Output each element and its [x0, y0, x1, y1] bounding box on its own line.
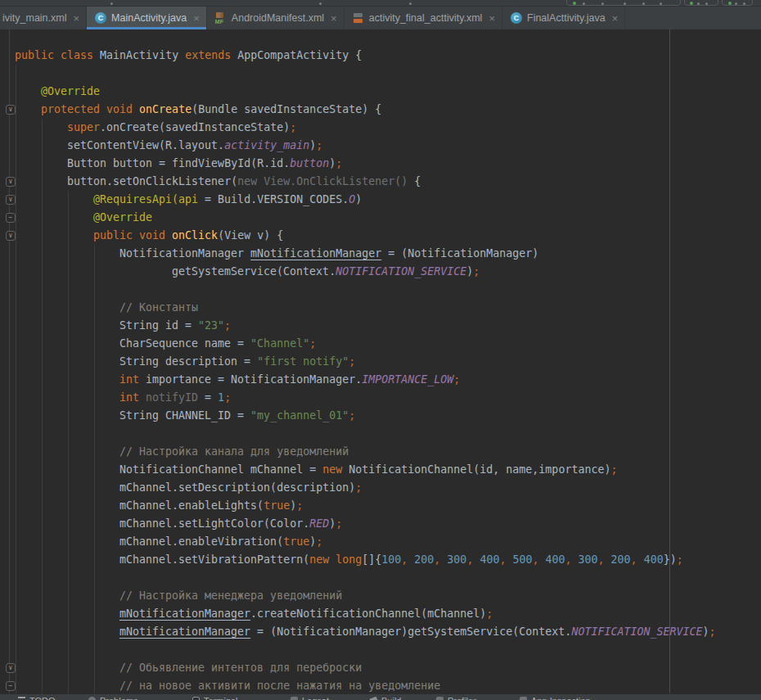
code-line[interactable]: NotificationChannel mChannel = new Notif…: [0, 461, 761, 479]
code-line[interactable]: mChannel.setDescription(description);: [0, 479, 761, 497]
editor-tab[interactable]: CFinalActtivity.java×: [502, 7, 625, 29]
editor-tab[interactable]: CMainActivity.java×: [87, 7, 207, 29]
tool-window-button[interactable]: Build: [370, 696, 401, 700]
code-line[interactable]: String description = "first notify";: [0, 353, 761, 371]
tool-window-bar: TODOProblemsTerminalLogcatBuildProfilerA…: [0, 693, 761, 700]
code-line[interactable]: // Константы: [0, 299, 761, 317]
code-line[interactable]: mChannel.setLightColor(Color.RED);: [0, 515, 761, 533]
code-token: 400: [480, 553, 499, 566]
code-line[interactable]: @Override: [0, 83, 761, 101]
code-line[interactable]: public void onClick(View v) {: [0, 227, 761, 245]
device-button-group[interactable]: [722, 0, 753, 6]
code-token: ;: [316, 535, 322, 548]
fold-toggle-icon[interactable]: ∨: [6, 231, 16, 241]
fold-toggle-icon[interactable]: ∨: [6, 177, 16, 187]
code-line[interactable]: super.onCreate(savedInstanceState);: [0, 119, 761, 137]
code-line[interactable]: button.setOnClickListener(new View.OnCli…: [0, 173, 761, 191]
tool-window-button[interactable]: Problems: [88, 696, 137, 700]
profiler-icon: [436, 697, 444, 700]
code-line[interactable]: String CHANNEL_ID = "my_channel_01";: [0, 407, 761, 425]
code-token: RED: [309, 517, 329, 530]
code-line[interactable]: [0, 641, 761, 659]
code-line[interactable]: [0, 281, 761, 299]
code-line[interactable]: [0, 569, 761, 587]
tool-window-button[interactable]: Profiler: [436, 696, 476, 700]
editor-tab[interactable]: ivity_main.xml×: [0, 7, 87, 29]
close-icon[interactable]: ×: [612, 13, 619, 24]
code-token: onClick: [172, 229, 218, 242]
code-token: mChannel.setLightColor(Color.: [119, 517, 309, 530]
code-line[interactable]: [0, 65, 761, 83]
android-manifest-icon: MF: [215, 12, 227, 24]
code-line[interactable]: protected void onCreate(Bundle savedInst…: [0, 101, 761, 119]
code-token: }): [664, 553, 677, 566]
code-token: // на новое активити после нажатия на ув…: [119, 680, 440, 692]
code-token: // Настройка канала для уведомлений: [119, 445, 349, 458]
code-line[interactable]: Button button = findViewById(R.id.button…: [0, 155, 761, 173]
code-line[interactable]: setContentView(R.layout.activity_main);: [0, 137, 761, 155]
fold-toggle-icon[interactable]: −: [6, 681, 16, 691]
close-icon[interactable]: ×: [74, 13, 80, 24]
code-line[interactable]: mChannel.enableLights(true);: [0, 497, 761, 515]
build-icon: [369, 697, 378, 700]
code-token: ): [702, 625, 709, 638]
run-status-dot: [573, 2, 576, 5]
code-line[interactable]: public class MainActivity extends AppCom…: [0, 47, 761, 65]
toolbar-dot: [660, 2, 662, 5]
code-line[interactable]: // на новое активити после нажатия на ув…: [0, 677, 761, 693]
code-token: activity_main: [224, 139, 309, 151]
code-line[interactable]: CharSequence name = "Channel";: [0, 335, 761, 353]
code-token: mNotificationManager: [250, 247, 381, 260]
code-token: ,: [434, 553, 447, 566]
close-icon[interactable]: ×: [331, 13, 337, 24]
code-editor[interactable]: public class MainActivity extends AppCom…: [0, 29, 761, 693]
code-line[interactable]: NotificationManager mNotificationManager…: [0, 245, 761, 263]
java-class-icon: C: [511, 12, 522, 24]
code-line[interactable]: int importance = NotificationManager.IMP…: [0, 371, 761, 389]
code-line[interactable]: int notifyID = 1;: [0, 389, 761, 407]
code-line[interactable]: // Настройка канала для уведомлений: [0, 443, 761, 461]
code-line[interactable]: // Обьявление интентов для переброски: [0, 659, 761, 677]
code-token: NotificationChannel mChannel =: [119, 463, 322, 476]
code-line[interactable]: mNotificationManager = (NotificationMana…: [0, 623, 761, 641]
fold-toggle-icon[interactable]: ∨: [6, 195, 16, 205]
fold-toggle-icon[interactable]: ∨: [6, 105, 16, 115]
tool-window-button[interactable]: TODO: [18, 696, 56, 700]
code-line[interactable]: String id = "23";: [0, 317, 761, 335]
code-line[interactable]: mChannel.setVibrationPattern(new long[]{…: [0, 551, 761, 569]
code-token: 1: [218, 391, 224, 404]
code-line[interactable]: getSystemService(Context.NOTIFICATION_SE…: [0, 263, 761, 281]
code-token: ,: [565, 553, 579, 566]
code-token: =: [198, 391, 218, 404]
tool-window-button[interactable]: Logcat: [290, 696, 329, 700]
close-icon[interactable]: ×: [193, 13, 200, 24]
code-line[interactable]: @Override: [0, 209, 761, 227]
code-token: true: [263, 499, 290, 512]
fold-toggle-icon[interactable]: −: [6, 213, 16, 223]
code-token: ,: [598, 553, 611, 566]
code-line[interactable]: mNotificationManager.createNotificationC…: [0, 605, 761, 623]
code-line[interactable]: [0, 425, 761, 443]
tool-window-button[interactable]: App Inspection: [520, 696, 591, 700]
manifest-mf-label: MF: [215, 19, 223, 25]
code-token: notifyID: [146, 391, 198, 404]
code-token: // Константы: [119, 301, 198, 314]
code-token: NOTIFICATION_SERVICE: [571, 625, 702, 638]
code-line[interactable]: mChannel.enableVibration(true);: [0, 533, 761, 551]
code-line[interactable]: // Настройка менеджера уведомлений: [0, 587, 761, 605]
code-token: // Настройка менеджера уведомлений: [119, 589, 342, 602]
layout-xml-icon: [353, 12, 364, 24]
tool-window-button[interactable]: Terminal: [192, 696, 238, 700]
tool-window-label: App Inspection: [531, 696, 591, 700]
code-token: ;: [453, 373, 460, 386]
code-token: ;: [335, 157, 342, 169]
code-token: 400: [644, 553, 664, 566]
toolbar-dot: [319, 2, 322, 5]
code-token: = Build.VERSION_CODES.: [205, 193, 349, 205]
editor-tab[interactable]: MFAndroidManifest.xml×: [207, 7, 344, 29]
fold-toggle-icon[interactable]: ∨: [6, 663, 16, 673]
close-icon[interactable]: ×: [489, 13, 495, 24]
code-token: ;: [290, 121, 296, 133]
editor-tab[interactable]: activity_final_acttivity.xml×: [344, 7, 502, 29]
code-line[interactable]: @RequiresApi(api = Build.VERSION_CODES.O…: [0, 191, 761, 209]
